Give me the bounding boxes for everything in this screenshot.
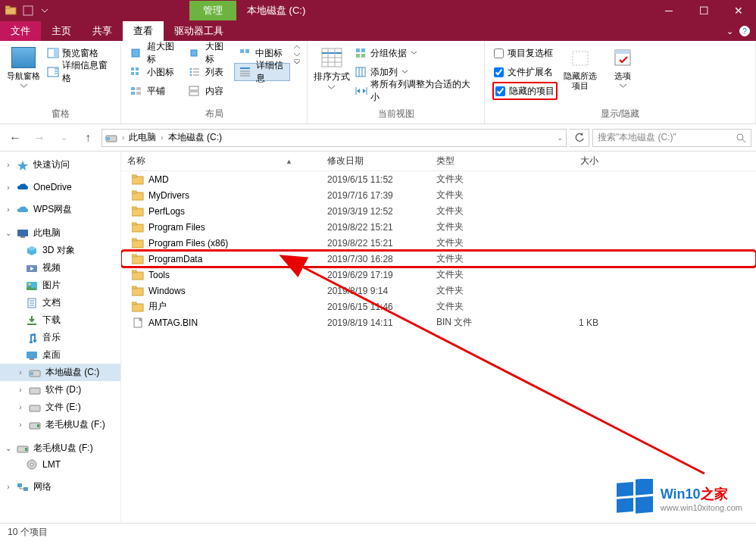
sidebar-item-network[interactable]: ›网络 — [0, 478, 120, 496]
folder-icon — [132, 286, 144, 296]
column-date[interactable]: 修改日期 — [321, 155, 430, 167]
svg-rect-85 — [132, 191, 136, 193]
address-bar[interactable]: › 此电脑 › 本地磁盘 (C:) ⌄ — [102, 129, 567, 147]
file-row[interactable]: Program Files2019/8/22 15:21文件夹 — [121, 219, 756, 235]
navigation-pane[interactable]: ›快速访问 ›OneDrive ›WPS网盘 ⌄此电脑 3D 对象 视频 图片 … — [0, 152, 121, 523]
window-title: 本地磁盘 (C:) — [247, 4, 305, 17]
file-name: AMTAG.BIN — [148, 317, 198, 328]
folder-icon — [132, 302, 144, 312]
view-small-icons[interactable]: 小图标 — [126, 63, 181, 81]
file-row[interactable]: 用户2019/6/15 11:46文件夹 — [121, 299, 756, 314]
checkbox-hidden-items[interactable]: 隐藏的项目 — [492, 82, 558, 100]
address-dropdown[interactable]: ⌄ — [557, 133, 563, 142]
sidebar-item-drive-c[interactable]: ›本地磁盘 (C:) — [0, 364, 120, 381]
hide-selected-items-button[interactable]: 隐藏所选项目 — [561, 44, 600, 91]
svg-rect-12 — [131, 72, 134, 75]
file-row[interactable]: ProgramData2019/7/30 16:28文件夹 — [121, 251, 756, 267]
breadcrumb-this-pc[interactable]: 此电脑 — [129, 131, 156, 144]
column-type[interactable]: 类型 — [430, 155, 514, 167]
sort-icon — [320, 47, 343, 68]
checkbox-input[interactable] — [494, 48, 504, 58]
view-tiles[interactable]: 平铺 — [126, 82, 181, 100]
back-button[interactable]: ← — [5, 128, 26, 148]
sort-by-button[interactable]: 排序方式 — [312, 44, 351, 89]
checkbox-file-extensions[interactable]: 文件扩展名 — [492, 63, 558, 81]
sidebar-item-downloads[interactable]: 下载 — [0, 311, 120, 329]
sidebar-item-drive-f[interactable]: ›老毛桃U盘 (F:) — [0, 416, 120, 433]
svg-rect-4 — [54, 48, 58, 58]
file-row[interactable]: AMD2019/6/15 11:52文件夹 — [121, 171, 756, 187]
details-pane-button[interactable]: 详细信息窗格 — [45, 63, 116, 81]
file-row[interactable]: AMTAG.BIN2019/8/19 14:11BIN 文件1 KB — [121, 314, 756, 330]
qat-properties-icon[interactable] — [20, 2, 36, 19]
file-name: MyDrivers — [148, 190, 189, 201]
recent-locations-button[interactable]: ⌄ — [53, 128, 74, 148]
search-box[interactable]: 搜索"本地磁盘 (C:)" — [592, 129, 751, 147]
checkbox-input[interactable] — [494, 67, 504, 77]
qat-app-icon[interactable] — [3, 2, 20, 19]
file-date: 2019/8/19 14:11 — [321, 317, 430, 328]
checkbox-input[interactable] — [495, 86, 505, 96]
refresh-button[interactable] — [570, 129, 589, 147]
view-large-icons[interactable]: 大图标 — [184, 44, 231, 62]
size-all-columns-button[interactable]: 将所有列调整为合适的大小 — [354, 82, 480, 100]
sidebar-item-quick-access[interactable]: ›快速访问 — [0, 156, 120, 174]
sidebar-item-pictures[interactable]: 图片 — [0, 277, 120, 294]
qat-dropdown-icon[interactable] — [36, 2, 53, 19]
sidebar-item-videos[interactable]: 视频 — [0, 259, 120, 277]
svg-point-25 — [189, 74, 192, 77]
quick-access-toolbar — [0, 2, 56, 19]
sidebar-item-documents[interactable]: 文档 — [0, 294, 120, 311]
navigation-pane-button[interactable]: 导航窗格 — [5, 44, 42, 88]
file-row[interactable]: Tools2019/6/29 17:19文件夹 — [121, 267, 756, 283]
svg-point-21 — [189, 68, 192, 70]
breadcrumb-separator[interactable]: › — [161, 133, 163, 142]
sidebar-item-this-pc[interactable]: ⌄此电脑 — [0, 224, 120, 242]
maximize-button[interactable]: ☐ — [686, 0, 721, 21]
file-list[interactable]: AMD2019/6/15 11:52文件夹MyDrivers2019/7/16 … — [121, 171, 756, 523]
sidebar-item-lmt[interactable]: LMT — [0, 457, 120, 472]
breadcrumb-drive[interactable]: 本地磁盘 (C:) — [168, 131, 222, 144]
view-details[interactable]: 详细信息 — [234, 63, 290, 81]
column-headers[interactable]: 名称▲ 修改日期 类型 大小 — [121, 152, 756, 171]
tab-drive-tools[interactable]: 驱动器工具 — [164, 21, 234, 41]
sidebar-item-drive-d[interactable]: ›软件 (D:) — [0, 381, 120, 399]
ribbon-group-layout: 超大图标 小图标 平铺 大图标 列表 内容 中图标 详细信息 布局 — [121, 41, 308, 124]
sidebar-item-desktop[interactable]: 桌面 — [0, 346, 120, 364]
group-by-button[interactable]: 分组依据 — [354, 44, 480, 62]
sidebar-item-3d-objects[interactable]: 3D 对象 — [0, 242, 120, 259]
view-content[interactable]: 内容 — [184, 82, 231, 100]
breadcrumb-separator[interactable]: › — [122, 133, 124, 142]
help-icon[interactable]: ? — [739, 26, 750, 36]
svg-rect-72 — [30, 388, 40, 394]
column-name[interactable]: 名称▲ — [121, 155, 321, 167]
up-button[interactable]: ↑ — [77, 128, 98, 148]
close-button[interactable]: ✕ — [721, 0, 756, 21]
tab-file[interactable]: 文件 — [0, 21, 41, 41]
view-extra-large-icons[interactable]: 超大图标 — [126, 44, 181, 62]
sidebar-item-music[interactable]: 音乐 — [0, 329, 120, 346]
sidebar-item-drive-e[interactable]: ›文件 (E:) — [0, 399, 120, 416]
tab-view[interactable]: 查看 — [123, 21, 164, 41]
forward-button[interactable]: → — [29, 128, 50, 148]
column-size[interactable]: 大小 — [514, 155, 604, 167]
sidebar-item-onedrive[interactable]: ›OneDrive — [0, 180, 120, 195]
tiles-icon — [130, 86, 142, 96]
options-button[interactable]: 选项 — [603, 44, 642, 88]
chevron-down-icon[interactable]: ⌄ — [726, 27, 733, 36]
file-row[interactable]: Windows2019/8/19 9:14文件夹 — [121, 283, 756, 299]
checkbox-item-checkboxes[interactable]: 项目复选框 — [492, 44, 558, 62]
file-row[interactable]: MyDrivers2019/7/16 17:39文件夹 — [121, 187, 756, 203]
status-item-count: 10 个项目 — [8, 526, 48, 539]
view-list[interactable]: 列表 — [184, 63, 231, 81]
layout-gallery-scroll[interactable] — [293, 44, 302, 65]
sidebar-item-wps[interactable]: ›WPS网盘 — [0, 201, 120, 218]
file-row[interactable]: PerfLogs2019/3/19 12:52文件夹 — [121, 203, 756, 219]
tab-home[interactable]: 主页 — [41, 21, 82, 41]
svg-line-57 — [742, 139, 745, 142]
context-tab-manage[interactable]: 管理 — [189, 1, 236, 20]
tab-share[interactable]: 共享 — [82, 21, 123, 41]
file-row[interactable]: Program Files (x86)2019/8/22 15:21文件夹 — [121, 235, 756, 251]
sidebar-item-drive-f-root[interactable]: ⌄老毛桃U盘 (F:) — [0, 439, 120, 457]
minimize-button[interactable]: ─ — [651, 0, 686, 21]
